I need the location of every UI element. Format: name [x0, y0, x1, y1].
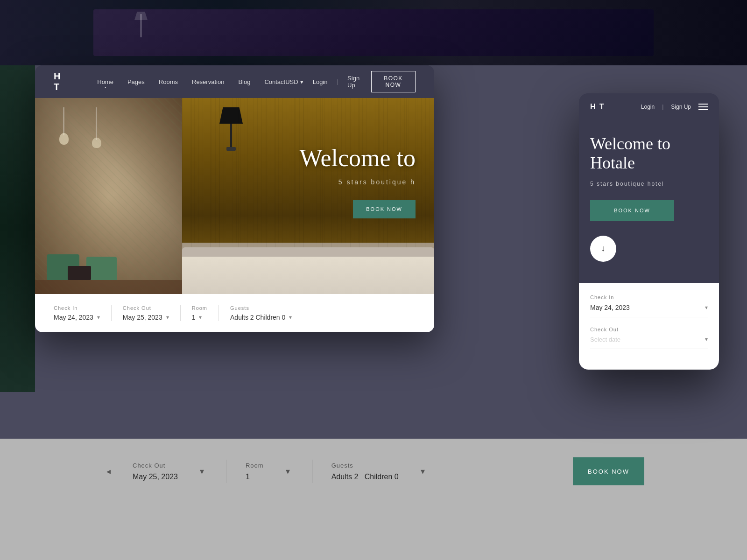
currency-dropdown-icon: ▾ — [300, 78, 303, 85]
room-field[interactable]: Room 1 ▾ — [181, 305, 219, 321]
check-in-dropdown-icon: ▾ — [97, 314, 100, 321]
room-label: Room — [192, 305, 207, 311]
desktop-hero: Welcome to 5 stars boutique h BOOK NOW — [35, 98, 434, 294]
bottom-room-field: Room 1 — [246, 462, 264, 481]
hero-title: Welcome to — [300, 145, 416, 171]
nav-link-pages[interactable]: Pages — [127, 78, 145, 85]
mobile-check-in-field[interactable]: Check In May 24, 2023 ▾ — [590, 294, 708, 317]
hero-subtitle: 5 stars boutique h — [300, 178, 416, 186]
mobile-hero-content: Welcome to Hotale 5 stars boutique hotel… — [579, 120, 719, 283]
bottom-divider-2 — [312, 460, 313, 483]
mobile-login-link[interactable]: Login — [641, 104, 655, 110]
bottom-checkout-date: May 25, 2023 — [133, 473, 178, 481]
desktop-booking-bar: Check In May 24, 2023 ▾ Check Out May 25… — [35, 294, 434, 332]
scroll-down-icon: ↓ — [601, 244, 606, 253]
menu-line-1 — [698, 104, 708, 105]
bottom-checkout-field[interactable]: ◂ — [103, 466, 114, 477]
mobile-hero-subtitle: 5 stars boutique hotel — [590, 181, 708, 187]
bottom-checkout-label: Check Out — [133, 462, 178, 469]
guests-label: Guests — [230, 305, 292, 311]
mobile-check-in-label: Check In — [590, 294, 708, 300]
currency-selector[interactable]: USD ▾ — [285, 78, 303, 85]
nav-link-home[interactable]: Home — [97, 78, 113, 85]
hero-book-now-button[interactable]: BOOK NOW — [353, 200, 416, 218]
guests-dropdown-icon: ▾ — [289, 314, 292, 321]
desktop-logo: H T — [54, 71, 69, 92]
menu-line-2 — [698, 106, 708, 107]
room-dropdown-icon: ▾ — [199, 314, 202, 321]
check-in-value: May 24, 2023 ▾ — [54, 314, 100, 321]
check-out-label: Check Out — [123, 305, 169, 311]
check-out-dropdown-icon: ▾ — [166, 314, 169, 321]
bottom-checkout-right-arrow[interactable]: ▾ — [197, 466, 208, 477]
bottom-guests-label: Guests — [331, 462, 399, 469]
desktop-book-now-button[interactable]: BOOK NOW — [371, 71, 416, 92]
desktop-nav-right: USD ▾ Login | Sign Up BOOK NOW — [285, 71, 416, 92]
left-side-bg — [0, 65, 35, 392]
bottom-book-now-button[interactable]: BOOK NOW — [573, 457, 644, 485]
login-link[interactable]: Login — [313, 78, 328, 85]
mobile-check-out-field[interactable]: Check Out Select date ▾ — [590, 327, 708, 349]
desktop-nav: H T Home Pages Rooms Reservation Blog Co… — [35, 65, 434, 98]
mobile-book-now-button[interactable]: BOOK NOW — [590, 200, 674, 221]
bottom-checkout-left-arrow: ◂ — [103, 466, 114, 477]
bottom-divider-1 — [226, 460, 227, 483]
nav-link-blog[interactable]: Blog — [238, 78, 250, 85]
nav-link-contact[interactable]: Contact — [264, 78, 285, 85]
bottom-room-label: Room — [246, 462, 264, 469]
hero-image-room — [35, 98, 182, 294]
desktop-nav-links: Home Pages Rooms Reservation Blog Contac… — [97, 78, 285, 85]
mobile-menu-button[interactable] — [698, 104, 708, 110]
check-out-value: May 25, 2023 ▾ — [123, 314, 169, 321]
check-out-field[interactable]: Check Out May 25, 2023 ▾ — [112, 305, 181, 321]
mobile-card: H T Login | Sign Up Welcome to Hotale 5 … — [579, 93, 719, 370]
signup-link[interactable]: Sign Up — [347, 75, 362, 89]
mobile-nav: H T Login | Sign Up — [579, 93, 719, 120]
bottom-strip-content: ◂ Check Out May 25, 2023 ▾ Room 1 ▾ Gues… — [0, 457, 747, 485]
mobile-logo: H T — [590, 103, 641, 111]
mobile-hero-title: Welcome to Hotale — [590, 134, 708, 173]
mobile-booking-section: Check In May 24, 2023 ▾ Check Out Select… — [579, 283, 719, 370]
nav-divider: | — [337, 78, 338, 85]
bottom-guests-value: Adults 2 Children 0 — [331, 473, 399, 481]
mobile-check-in-arrow: ▾ — [705, 304, 708, 311]
mobile-check-in-value: May 24, 2023 ▾ — [590, 304, 708, 317]
bottom-guests-field: Guests Adults 2 Children 0 — [331, 462, 399, 481]
mobile-check-out-value-empty: Select date ▾ — [590, 336, 708, 349]
room-value: 1 ▾ — [192, 314, 207, 321]
mobile-signup-link[interactable]: Sign Up — [671, 104, 691, 110]
mobile-auth: Login | Sign Up — [641, 104, 691, 110]
mobile-check-out-label: Check Out — [590, 327, 708, 332]
bottom-room-arrow[interactable]: ▾ — [282, 466, 294, 477]
bottom-room-value: 1 — [246, 473, 264, 481]
nav-link-reservation[interactable]: Reservation — [192, 78, 224, 85]
top-photo-content — [93, 9, 654, 56]
desktop-card: H T Home Pages Rooms Reservation Blog Co… — [35, 65, 434, 332]
guests-value: Adults 2 Children 0 ▾ — [230, 314, 292, 321]
bottom-guests-arrow[interactable]: ▾ — [417, 466, 429, 477]
top-photo-bg — [0, 0, 747, 65]
check-in-field[interactable]: Check In May 24, 2023 ▾ — [54, 305, 112, 321]
scroll-down-button[interactable]: ↓ — [590, 236, 616, 262]
bottom-booking-strip: ◂ Check Out May 25, 2023 ▾ Room 1 ▾ Gues… — [0, 439, 747, 560]
mobile-auth-divider: | — [662, 104, 663, 110]
hero-text-overlay: Welcome to 5 stars boutique h BOOK NOW — [300, 145, 416, 218]
guests-field[interactable]: Guests Adults 2 Children 0 ▾ — [219, 305, 303, 321]
currency-label: USD — [285, 78, 298, 85]
bottom-checkout-value-field: Check Out May 25, 2023 — [133, 462, 178, 481]
mobile-check-out-arrow: ▾ — [705, 336, 708, 343]
nav-link-rooms[interactable]: Rooms — [159, 78, 178, 85]
menu-line-3 — [698, 109, 708, 110]
check-in-label: Check In — [54, 305, 100, 311]
